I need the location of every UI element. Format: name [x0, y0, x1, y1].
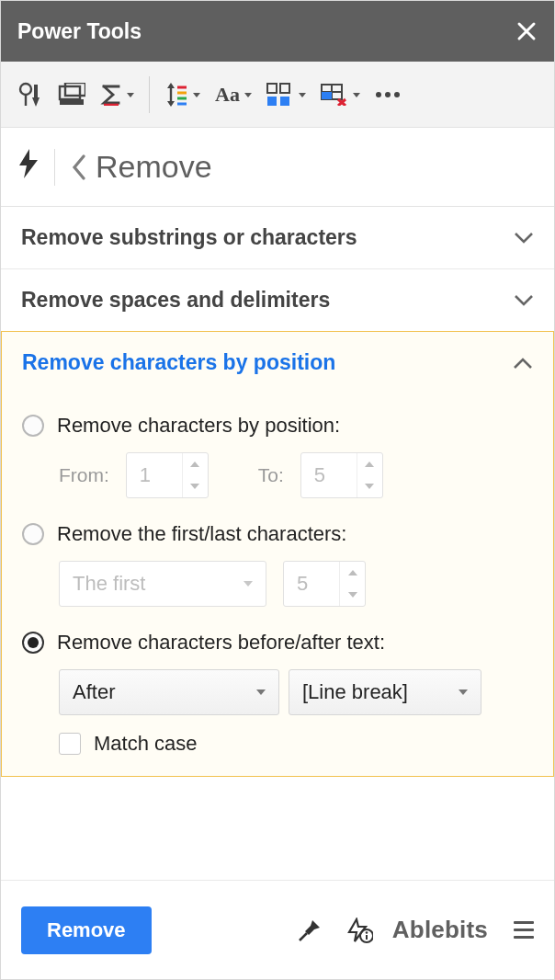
- svg-point-25: [394, 92, 400, 97]
- chevron-down-icon: [193, 93, 200, 97]
- svg-rect-16: [280, 84, 289, 93]
- toolbar-text-button[interactable]: Aa: [210, 74, 257, 115]
- breadcrumb-back[interactable]: Remove: [72, 149, 212, 185]
- from-stepper[interactable]: 1: [126, 452, 209, 498]
- first-last-value: The first: [73, 572, 145, 596]
- radio-before-after[interactable]: [22, 632, 44, 654]
- toolbar-remove-button[interactable]: [315, 74, 366, 115]
- from-label: From:: [59, 464, 109, 486]
- chevron-down-icon: [514, 232, 534, 245]
- to-value: 5: [301, 453, 357, 497]
- from-value: 1: [127, 453, 182, 497]
- menu-button[interactable]: [514, 921, 534, 939]
- brand-label: Ablebits: [392, 916, 488, 944]
- count-value: 5: [284, 562, 339, 606]
- radio-by-position-label: Remove characters by position:: [57, 414, 340, 438]
- section-position-header[interactable]: Remove characters by position: [2, 332, 553, 393]
- svg-rect-17: [267, 97, 277, 106]
- radio-before-after-label: Remove characters before/after text:: [57, 631, 385, 655]
- toolbar-sort-button[interactable]: [159, 74, 206, 115]
- text-value: [Line break]: [302, 680, 408, 704]
- svg-rect-6: [65, 83, 85, 96]
- count-stepper[interactable]: 5: [283, 561, 366, 607]
- chevron-up-icon: [513, 357, 533, 370]
- svg-line-27: [300, 933, 307, 940]
- chevron-down-icon: [299, 93, 306, 97]
- toolbar-more-button[interactable]: [369, 74, 406, 115]
- svg-rect-2: [34, 85, 38, 97]
- section-substrings-header[interactable]: Remove substrings or characters: [1, 207, 554, 269]
- svg-point-23: [376, 92, 381, 97]
- svg-rect-18: [280, 97, 289, 106]
- section-position-title: Remove characters by position: [22, 350, 335, 375]
- toolbar-merge-button[interactable]: [261, 74, 311, 115]
- svg-rect-22: [322, 92, 332, 99]
- chevron-down-icon: [353, 93, 360, 97]
- chevron-down-icon: [244, 93, 252, 97]
- chevron-down-icon: [127, 93, 134, 97]
- section-spaces-header[interactable]: Remove spaces and delimiters: [1, 269, 554, 332]
- close-button[interactable]: [515, 20, 538, 42]
- toolbar-smart-tools-button[interactable]: [12, 74, 49, 115]
- svg-rect-5: [60, 99, 84, 105]
- svg-marker-10: [167, 101, 175, 107]
- toolbar: Aa: [1, 62, 554, 128]
- radio-first-last[interactable]: [22, 523, 44, 545]
- to-stepper[interactable]: 5: [300, 452, 383, 498]
- svg-marker-26: [19, 149, 38, 178]
- first-last-select[interactable]: The first: [59, 561, 266, 607]
- chevron-down-icon: [514, 294, 534, 307]
- svg-marker-3: [32, 97, 40, 107]
- section-spaces-title: Remove spaces and delimiters: [21, 288, 330, 313]
- page-title: Remove: [96, 149, 212, 185]
- svg-rect-4: [60, 86, 80, 99]
- svg-point-29: [366, 931, 368, 934]
- match-case-label: Match case: [94, 732, 198, 756]
- svg-marker-9: [167, 83, 175, 88]
- info-icon[interactable]: [343, 914, 376, 947]
- app-title: Power Tools: [17, 19, 142, 44]
- match-case-checkbox[interactable]: [59, 733, 81, 755]
- toolbar-divider: [149, 76, 150, 113]
- text-icon: Aa: [215, 83, 240, 107]
- before-after-select[interactable]: After: [59, 669, 279, 715]
- toolbar-sheets-button[interactable]: [52, 74, 91, 115]
- svg-point-0: [20, 84, 31, 95]
- radio-by-position[interactable]: [22, 415, 44, 437]
- svg-point-24: [385, 92, 391, 97]
- before-after-value: After: [73, 680, 115, 704]
- toolbar-sigma-button[interactable]: [95, 74, 140, 115]
- breadcrumb-divider: [54, 149, 55, 186]
- power-icon[interactable]: [19, 149, 38, 185]
- svg-rect-15: [267, 84, 277, 93]
- remove-button[interactable]: Remove: [21, 906, 152, 954]
- section-substrings-title: Remove substrings or characters: [21, 225, 357, 250]
- pin-icon[interactable]: [293, 914, 326, 947]
- text-select[interactable]: [Line break]: [289, 669, 481, 715]
- radio-first-last-label: Remove the first/last characters:: [57, 522, 346, 546]
- to-label: To:: [258, 464, 284, 486]
- chevron-left-icon: [72, 154, 86, 180]
